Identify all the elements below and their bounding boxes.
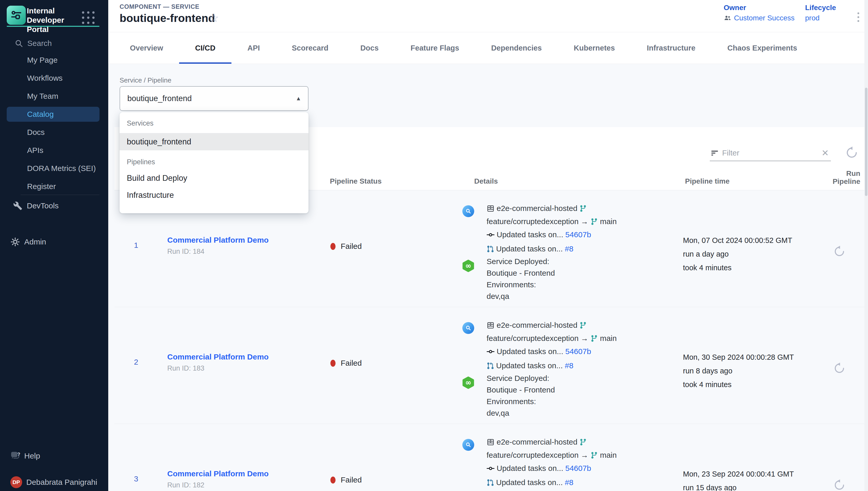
avatar: DP <box>10 476 22 488</box>
pr-link[interactable]: #8 <box>565 359 574 372</box>
repo-name[interactable]: e2e-commercial-hosted <box>497 436 577 448</box>
app-logo[interactable] <box>7 6 26 25</box>
sidebar-user[interactable]: DP Debabrata Panigrahi <box>0 475 108 489</box>
tab-overview[interactable]: Overview <box>114 32 179 64</box>
row-number[interactable]: 1 <box>130 241 142 250</box>
failed-status-dot <box>331 243 336 250</box>
commit-link[interactable]: 54607b <box>565 229 591 241</box>
dropdown-option-infrastructure[interactable]: Infrastructure <box>120 187 309 204</box>
pull-request-icon <box>487 245 494 253</box>
owner-value[interactable]: Customer Success <box>734 14 795 22</box>
tab-dependencies[interactable]: Dependencies <box>475 32 558 64</box>
git-branch-icon <box>579 205 587 212</box>
favorite-star-icon[interactable]: ☆ <box>209 12 219 24</box>
circuit-logo-icon <box>10 9 22 21</box>
source-branch[interactable]: feature/corruptedexception <box>487 449 579 461</box>
run-id: Run ID: 182 <box>167 481 269 489</box>
page-title: boutique-frontend <box>120 12 215 25</box>
sidebar-item-label: DevTools <box>27 201 59 210</box>
target-branch[interactable]: main <box>600 449 617 461</box>
apps-grid-icon[interactable] <box>82 11 96 25</box>
more-options-kebab-icon[interactable] <box>853 10 863 24</box>
lifecycle-value: prod <box>805 14 819 22</box>
ci-stage-icon <box>462 205 474 217</box>
rerun-pipeline-icon[interactable] <box>833 479 846 491</box>
sidebar-item-apis[interactable]: APIs <box>0 141 108 160</box>
svg-text:∞: ∞ <box>465 261 471 270</box>
dropdown-option-build-and-deploy[interactable]: Build and Deploy <box>120 170 309 187</box>
sidebar-item-admin[interactable]: Admin <box>0 234 108 250</box>
tab-cicd[interactable]: CI/CD <box>179 32 231 64</box>
tab-docs[interactable]: Docs <box>344 32 395 64</box>
filter-input[interactable] <box>722 148 822 157</box>
run-details: ∞ e2e-commercial-hosted <box>459 424 675 491</box>
sidebar-item-catalog[interactable]: Catalog <box>0 105 108 123</box>
pipeline-name-link[interactable]: Commercial Platform Demo <box>167 236 269 244</box>
entity-header: COMPONENT — SERVICE boutique-frontend ☆ … <box>108 0 868 32</box>
repo-icon <box>487 204 495 212</box>
cicd-content: Service / Pipeline boutique_frontend ▲ ✕… <box>108 64 868 491</box>
sidebar-item-workflows[interactable]: Workflows <box>0 69 108 87</box>
pipeline-status: Failed <box>331 359 362 368</box>
pipeline-name-link[interactable]: Commercial Platform Demo <box>167 469 269 478</box>
gear-icon <box>10 237 20 247</box>
repo-icon <box>487 321 495 329</box>
sidebar-item-register[interactable]: Register <box>0 177 108 196</box>
failed-status-dot <box>331 360 336 367</box>
table-row: 3 Commercial Platform Demo Run ID: 182 F… <box>115 424 864 491</box>
lifecycle-block: Lifecycle prod <box>805 4 836 22</box>
repo-icon <box>487 438 495 446</box>
tab-infrastructure[interactable]: Infrastructure <box>631 32 712 64</box>
owner-block: Owner Customer Success <box>724 4 795 22</box>
user-name: Debabrata Panigrahi <box>26 478 97 487</box>
source-branch[interactable]: feature/corruptedexception <box>487 215 579 228</box>
sidebar-item-label: Help <box>24 452 40 460</box>
pipeline-name-link[interactable]: Commercial Platform Demo <box>167 352 269 361</box>
pr-link[interactable]: #8 <box>565 476 574 489</box>
row-number[interactable]: 2 <box>130 358 142 367</box>
commit-link[interactable]: 54607b <box>565 462 591 474</box>
search-icon <box>14 39 23 48</box>
scrollbar-thumb[interactable] <box>865 88 867 196</box>
cd-stage-icon: ∞ <box>462 259 475 272</box>
sidebar-item-my-team[interactable]: My Team <box>0 87 108 105</box>
pr-link[interactable]: #8 <box>565 243 574 255</box>
git-branch-icon <box>590 218 598 225</box>
sidebar-item-docs[interactable]: Docs <box>0 123 108 141</box>
sidebar-item-search[interactable]: Search <box>0 36 108 51</box>
pipeline-runs-table: 1 Commercial Platform Demo Run ID: 184 F… <box>115 190 864 491</box>
row-number[interactable]: 3 <box>130 474 142 483</box>
refresh-icon[interactable] <box>845 146 859 160</box>
tab-chaos-experiments[interactable]: Chaos Experiments <box>711 32 813 64</box>
owner-label[interactable]: Owner <box>724 4 795 12</box>
repo-name[interactable]: e2e-commercial-hosted <box>497 202 577 214</box>
sidebar-item-dora-metrics[interactable]: DORA Metrics (SEI) <box>0 160 108 177</box>
tab-kubernetes[interactable]: Kubernetes <box>558 32 631 64</box>
ci-stage-icon <box>462 439 474 451</box>
ci-stage-icon <box>462 322 474 334</box>
dropdown-group-services: Services <box>120 112 309 133</box>
sidebar-item-my-page[interactable]: My Page <box>0 51 108 69</box>
table-row: 2 Commercial Platform Demo Run ID: 183 F… <box>115 307 864 424</box>
scrollbar[interactable] <box>864 0 868 491</box>
rerun-pipeline-icon[interactable] <box>833 245 846 258</box>
commit-icon <box>487 348 495 356</box>
lifecycle-label[interactable]: Lifecycle <box>805 4 836 12</box>
source-branch[interactable]: feature/corruptedexception <box>487 332 579 345</box>
pull-request-icon <box>487 479 494 486</box>
target-branch[interactable]: main <box>600 332 617 345</box>
rerun-pipeline-icon[interactable] <box>833 362 846 375</box>
clear-filter-icon[interactable]: ✕ <box>822 148 829 157</box>
tab-scorecard[interactable]: Scorecard <box>276 32 344 64</box>
commit-link[interactable]: 54607b <box>565 345 591 358</box>
target-branch[interactable]: main <box>600 215 617 228</box>
arrow-right-icon: → <box>581 215 588 228</box>
run-timestamp: Mon, 07 Oct 2024 00:00:52 GMT <box>683 234 792 247</box>
repo-name[interactable]: e2e-commercial-hosted <box>497 319 577 331</box>
tab-feature-flags[interactable]: Feature Flags <box>395 32 475 64</box>
service-pipeline-select[interactable]: boutique_frontend ▲ <box>120 86 309 111</box>
tab-api[interactable]: API <box>231 32 276 64</box>
sidebar-item-devtools[interactable]: DevTools <box>0 198 108 214</box>
dropdown-option-boutique-frontend[interactable]: boutique_frontend <box>120 133 309 150</box>
sidebar-item-help[interactable]: ? Help <box>0 448 108 464</box>
